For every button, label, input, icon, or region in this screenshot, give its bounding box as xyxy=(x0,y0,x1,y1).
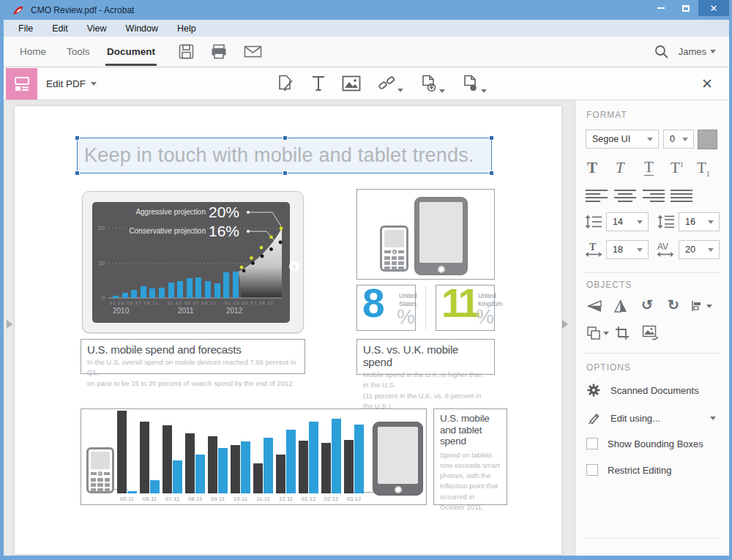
uk-percent-sign: % xyxy=(476,305,494,329)
menu-edit[interactable]: Edit xyxy=(52,23,68,34)
user-menu[interactable]: James xyxy=(679,46,716,57)
caption-line1: In the U.S, overall spend on mobile devi… xyxy=(87,357,299,378)
menu-help[interactable]: Help xyxy=(177,23,196,34)
scanned-documents-option[interactable]: Scanned Documents xyxy=(586,383,699,397)
edit-using-option[interactable]: Edit using... xyxy=(586,411,660,425)
show-bounding-boxes-option[interactable]: Show Bounding Boxes xyxy=(586,438,703,449)
chevron-down-icon xyxy=(481,89,487,93)
tab-tools[interactable]: Tools xyxy=(67,37,90,67)
aggressive-label: Aggressive projection xyxy=(122,208,206,216)
main-toolbar: Home Tools Document xyxy=(4,37,729,67)
selection-handle[interactable] xyxy=(283,171,288,176)
align-left-icon[interactable] xyxy=(586,190,608,202)
maximize-button[interactable] xyxy=(673,0,698,16)
menu-view[interactable]: View xyxy=(87,23,107,34)
close-window-button[interactable]: ✕ xyxy=(698,0,729,16)
divider xyxy=(585,353,720,354)
horizontal-scale-icon: T xyxy=(585,241,602,257)
right-panel-expander-icon[interactable] xyxy=(562,320,568,329)
print-icon[interactable] xyxy=(210,43,228,60)
flip-vertical-icon[interactable] xyxy=(586,299,602,313)
format-panel: FORMAT Segoe UI 0 T T T T1 T1 xyxy=(575,100,729,556)
restrict-editing-checkbox[interactable] xyxy=(586,464,598,476)
horizontal-scale-select[interactable]: 18 xyxy=(606,240,649,259)
crop-icon[interactable] xyxy=(615,326,630,340)
left-panel-expander-icon[interactable] xyxy=(7,320,12,329)
month-axis: 01 03 05 07 09 1101 03 05 07 09 1101 03 … xyxy=(110,301,283,305)
page-settings-dropdown[interactable] xyxy=(462,74,487,93)
bar-group: 12.11 xyxy=(276,408,296,502)
smartphones-bar xyxy=(321,443,331,493)
selection-handle[interactable] xyxy=(75,171,80,176)
bold-icon[interactable]: T xyxy=(587,159,597,177)
subscript-icon[interactable]: T1 xyxy=(697,159,710,178)
italic-icon[interactable]: T xyxy=(616,159,624,177)
tab-document[interactable]: Document xyxy=(107,37,155,67)
search-icon[interactable] xyxy=(654,44,670,60)
link-dropdown[interactable] xyxy=(378,75,403,92)
document-area: Keep in touch with mobile and tablet tre… xyxy=(4,100,575,556)
align-right-icon[interactable] xyxy=(643,190,665,202)
forecast-bar xyxy=(149,288,155,298)
minimize-button[interactable] xyxy=(649,0,673,16)
font-size-select[interactable]: 0 xyxy=(663,130,694,149)
selection-handle[interactable] xyxy=(489,135,494,141)
arrange-dropdown[interactable] xyxy=(586,326,609,340)
paragraph-spacing-select[interactable]: 16 xyxy=(679,212,720,231)
close-tool-button[interactable]: ✕ xyxy=(701,67,713,100)
underline-icon[interactable]: T xyxy=(644,159,654,176)
rotate-ccw-icon[interactable]: ↺ xyxy=(641,296,653,313)
line-spacing-select[interactable]: 14 xyxy=(606,212,649,231)
edit-text-icon[interactable] xyxy=(276,74,295,93)
category-label: 08.11 xyxy=(185,496,205,502)
smartphones-bar xyxy=(231,445,240,493)
align-objects-icon xyxy=(691,299,704,313)
superscript-icon[interactable]: T1 xyxy=(671,159,684,177)
aggressive-value: 20% xyxy=(209,204,239,221)
tab-home[interactable]: Home xyxy=(20,37,46,67)
edit-pdf-dropdown[interactable]: Edit PDF xyxy=(46,67,97,100)
category-label: 05.11 xyxy=(117,496,137,502)
selected-text-object[interactable]: Keep in touch with mobile and tablet tre… xyxy=(77,138,492,173)
save-icon[interactable] xyxy=(178,43,195,60)
show-bounding-boxes-checkbox[interactable] xyxy=(586,438,598,449)
conservative-label: Conservative projection xyxy=(122,227,206,235)
menu-file[interactable]: File xyxy=(18,23,33,34)
caption-title: U.S. mobile and tablet spend xyxy=(440,413,501,447)
user-name: James xyxy=(679,46,706,57)
font-color-swatch[interactable] xyxy=(698,130,717,149)
add-page-dropdown[interactable] xyxy=(420,74,445,93)
replace-image-icon[interactable] xyxy=(642,325,660,341)
phone-icon xyxy=(86,447,114,493)
caption-us-vs-uk[interactable]: U.S. vs. U.K. mobile spend Mobile spend … xyxy=(356,339,495,375)
forecast-bar xyxy=(141,286,146,298)
smartphones-bar xyxy=(276,455,285,493)
align-objects-dropdown[interactable] xyxy=(691,299,712,313)
font-family-select[interactable]: Segoe UI xyxy=(586,130,659,149)
tablet-home-button xyxy=(289,261,299,272)
stat-uk[interactable]: 11 UnitedKingdom % xyxy=(436,285,495,331)
selection-handle[interactable] xyxy=(75,135,80,141)
restrict-editing-option[interactable]: Restrict Editing xyxy=(586,464,671,476)
align-justify-icon[interactable] xyxy=(671,190,692,202)
selection-handle[interactable] xyxy=(283,135,288,141)
caption-us-mobile-spend[interactable]: U.S. mobile spend and forecasts In the U… xyxy=(81,339,305,374)
add-text-icon[interactable] xyxy=(312,75,325,92)
caption-title: U.S. mobile spend and forecasts xyxy=(87,343,299,356)
edit-pdf-tool-icon[interactable] xyxy=(6,68,37,100)
caption-mobile-tablet-spend[interactable]: U.S. mobile and tablet spend Spend on ta… xyxy=(433,408,507,505)
selection-handle[interactable] xyxy=(489,171,494,176)
email-icon[interactable] xyxy=(243,43,263,60)
chevron-down-icon[interactable] xyxy=(710,417,716,420)
forecast-bar xyxy=(168,283,174,298)
align-center-icon[interactable] xyxy=(614,190,636,202)
character-spacing-select[interactable]: 20 xyxy=(679,240,720,259)
rotate-cw-icon[interactable]: ↻ xyxy=(668,296,679,313)
menu-window[interactable]: Window xyxy=(126,23,158,34)
category-label: 07.11 xyxy=(163,496,182,502)
add-image-icon[interactable] xyxy=(342,75,361,92)
flip-horizontal-icon[interactable] xyxy=(613,299,628,313)
devices-image[interactable] xyxy=(356,189,495,280)
stat-us[interactable]: 8 UnitedStates % xyxy=(356,285,416,331)
ytick-10: 10 xyxy=(98,260,105,266)
